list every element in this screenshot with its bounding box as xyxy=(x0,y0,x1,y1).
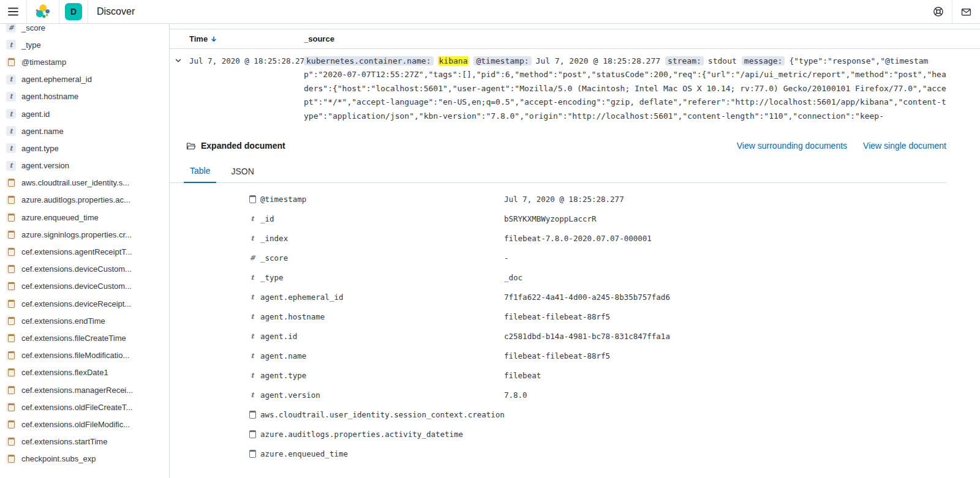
source-field-value: {"type":"response","@timestamp":"2020-07… xyxy=(304,56,946,121)
sidebar-field-item[interactable]: aws.cloudtrail.user_identity.s... xyxy=(0,174,169,192)
sidebar-field-item[interactable]: t _type xyxy=(0,36,169,53)
field-type-icon xyxy=(6,368,16,378)
view-surrounding-documents-link[interactable]: View surrounding documents xyxy=(737,141,847,151)
time-column-header[interactable]: Time xyxy=(189,34,304,43)
sort-descending-icon xyxy=(211,36,217,42)
sidebar-field-item[interactable]: checkpoint.subs_exp xyxy=(0,450,169,468)
field-type-icon xyxy=(248,449,257,458)
field-name-label: _type xyxy=(21,40,41,50)
sidebar-field-item[interactable]: t agent.version xyxy=(0,157,169,174)
field-type-icon xyxy=(6,299,16,308)
detail-field-value: 7.8.0 xyxy=(504,390,527,400)
field-type-icon: t xyxy=(6,161,16,171)
sidebar-field-item[interactable]: azure.signinlogs.properties.cr... xyxy=(0,226,169,243)
detail-field-name: agent.type xyxy=(260,371,504,380)
collapse-row-button[interactable] xyxy=(173,54,187,67)
field-name-label: aws.cloudtrail.user_identity.s... xyxy=(21,178,129,187)
field-type-icon: t xyxy=(6,126,16,136)
view-single-document-link[interactable]: View single document xyxy=(863,141,946,151)
sidebar-field-item[interactable]: azure.auditlogs.properties.ac... xyxy=(0,192,169,209)
sidebar-field-item[interactable]: t agent.id xyxy=(0,105,169,122)
field-type-icon xyxy=(6,402,16,412)
detail-field-value: - xyxy=(504,253,509,263)
field-name-label: azure.auditlogs.properties.ac... xyxy=(21,195,130,204)
sidebar-field-item[interactable]: t agent.hostname xyxy=(0,88,169,105)
doc-table-header: Time _source xyxy=(170,29,980,49)
field-type-icon: t xyxy=(248,332,257,340)
field-name-label: cef.extensions.oldFileModific... xyxy=(21,420,130,429)
field-type-icon xyxy=(6,247,16,257)
sidebar-field-item[interactable]: t agent.type xyxy=(0,140,169,157)
field-name-label: cef.extensions.endTime xyxy=(21,316,105,326)
detail-field-value: filebeat xyxy=(504,371,541,380)
top-nav: D Discover xyxy=(0,0,980,24)
expanded-document-title: Expanded document xyxy=(201,141,285,151)
detail-field-value: filebeat-7.8.0-2020.07.07-000001 xyxy=(504,234,652,243)
sidebar-field-item[interactable]: cef.extensions.deviceCustom... xyxy=(0,261,169,278)
sidebar-field-item[interactable]: cef.extensions.endTime xyxy=(0,312,169,329)
sidebar-field-item[interactable]: azure.enqueued_time xyxy=(0,209,169,226)
field-name-label: agent.name xyxy=(21,127,64,136)
sidebar-field-item[interactable]: cef.extensions.oldFileModific... xyxy=(0,416,169,433)
field-name-label: agent.type xyxy=(21,144,59,153)
sidebar-field-item[interactable]: # _score xyxy=(0,24,169,36)
detail-row: t _type _doc xyxy=(170,267,980,287)
sidebar-field-item[interactable]: t agent.name xyxy=(0,122,169,140)
field-type-icon xyxy=(6,333,16,343)
detail-field-value: bSRYKXMBWyzoppLaccrR xyxy=(504,214,597,223)
tab-table[interactable]: Table xyxy=(184,161,216,183)
detail-row: azure.enqueued_time xyxy=(170,444,980,463)
field-type-icon xyxy=(6,264,16,274)
detail-field-name: _score xyxy=(260,253,504,263)
sidebar-field-item[interactable]: cef.extensions.oldFileCreateT... xyxy=(0,398,169,416)
document-row: Jul 7, 2020 @ 18:25:28.277 kubernetes.co… xyxy=(170,49,980,130)
menu-button[interactable] xyxy=(0,0,26,23)
help-button[interactable] xyxy=(925,0,952,23)
field-type-icon xyxy=(6,178,16,188)
sidebar-field-item[interactable]: @timestamp xyxy=(0,53,169,70)
field-type-icon xyxy=(6,419,16,429)
field-type-icon xyxy=(6,212,16,222)
elastic-logo-button[interactable] xyxy=(27,0,59,23)
sidebar-field-item[interactable]: cef.extensions.deviceCustom... xyxy=(0,278,169,295)
sidebar-field-item[interactable]: cef.extensions.fileModificatio... xyxy=(0,347,169,364)
tab-json[interactable]: JSON xyxy=(225,161,260,182)
detail-field-value: 7f1fa622-4a41-4d00-a245-8b35b757fad6 xyxy=(504,293,670,302)
detail-row: t agent.id c2581dbd-b14a-4981-bc78-831c8… xyxy=(170,326,980,346)
field-type-icon: t xyxy=(248,390,257,399)
detail-row: t agent.name filebeat-filebeat-88rf5 xyxy=(170,346,980,365)
field-name-label: cef.extensions.deviceCustom... xyxy=(21,264,132,274)
field-name-label: cef.extensions.oldFileCreateT... xyxy=(21,403,132,412)
detail-field-name: azure.enqueued_time xyxy=(260,449,504,458)
newsfeed-button[interactable] xyxy=(952,0,980,23)
sidebar-field-item[interactable]: cef.extensions.startTime xyxy=(0,433,169,450)
field-type-icon xyxy=(6,454,16,464)
detail-row: t _index filebeat-7.8.0-2020.07.07-00000… xyxy=(170,228,980,248)
sidebar-field-item[interactable]: cef.extensions.deviceReceipt... xyxy=(0,295,169,312)
sidebar-field-item[interactable]: cef.extensions.flexDate1 xyxy=(0,364,169,381)
expanded-document-tabs: Table JSON xyxy=(170,161,946,183)
sidebar-field-item[interactable]: cef.extensions.agentReceiptT... xyxy=(0,243,169,260)
field-type-icon xyxy=(6,316,16,326)
detail-field-value: Jul 7, 2020 @ 18:25:28.277 xyxy=(504,195,624,204)
detail-row: # _score - xyxy=(170,248,980,267)
document-detail-table: @timestamp Jul 7, 2020 @ 18:25:28.277 t … xyxy=(170,183,980,463)
detail-row: azure.auditlogs.properties.activity_date… xyxy=(170,424,980,444)
field-name-label: cef.extensions.deviceReceipt... xyxy=(21,299,131,308)
elastic-logo-icon xyxy=(35,4,51,20)
detail-field-name: agent.id xyxy=(260,332,504,341)
nav-divider xyxy=(59,0,59,23)
detail-row: t agent.type filebeat xyxy=(170,365,980,385)
detail-field-name: _type xyxy=(260,273,504,282)
field-sidebar: # _score t _type @timestamp t agent.ephe… xyxy=(0,24,170,478)
sidebar-field-item[interactable]: cef.extensions.managerRecei... xyxy=(0,381,169,398)
field-name-label: checkpoint.subs_exp xyxy=(21,454,96,463)
source-field-badge: stream: xyxy=(665,56,704,65)
sidebar-field-item[interactable]: cef.extensions.fileCreateTime xyxy=(0,329,169,346)
field-type-icon xyxy=(6,230,16,239)
sidebar-field-item[interactable]: t agent.ephemeral_id xyxy=(0,71,169,88)
source-field-badge: kubernetes.container.name: xyxy=(304,56,434,65)
detail-field-name: _index xyxy=(260,234,504,243)
field-type-icon xyxy=(6,195,16,205)
detail-field-value: filebeat-filebeat-88rf5 xyxy=(504,312,610,321)
